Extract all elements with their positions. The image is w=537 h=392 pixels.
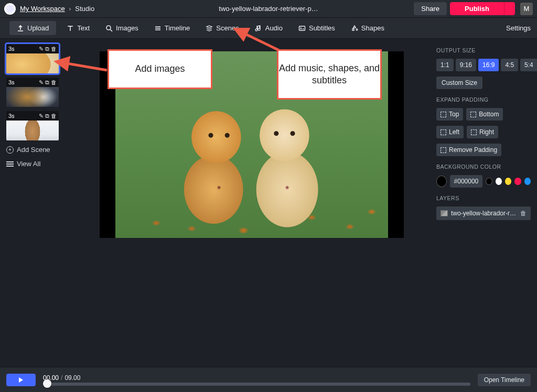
time-readout: 00.00/09.00 [43, 374, 470, 382]
remove-padding-label: Remove Padding [449, 146, 497, 154]
layer-name: two-yellow-labrador-r… [451, 210, 516, 217]
background-color-label: BACKGROUND COLOR [436, 164, 531, 170]
timeline-track[interactable] [43, 383, 470, 386]
view-all-label: View All [17, 160, 40, 168]
scene-duration: 3s [8, 113, 15, 119]
pad-top-button[interactable]: Top [436, 108, 463, 121]
upload-button[interactable]: Upload [9, 21, 56, 35]
toolbar: Upload Text Images Timeline Scenes Audio… [0, 18, 537, 39]
view-all-button[interactable]: View All [6, 159, 63, 169]
image-layer-icon [441, 210, 448, 216]
scene-thumb-image [6, 121, 59, 140]
add-scene-button[interactable]: + Add Scene [6, 145, 63, 155]
play-button[interactable] [6, 374, 36, 386]
share-button[interactable]: Share [414, 2, 447, 15]
duplicate-icon[interactable]: ⧉ [45, 113, 49, 119]
edit-icon[interactable]: ✎ [39, 46, 44, 52]
swatch-white[interactable] [496, 178, 502, 185]
shapes-icon [351, 25, 358, 32]
list-icon [6, 161, 14, 167]
callout-add-images: Add images [108, 49, 212, 89]
scene-thumb-1[interactable]: 3s ✎ ⧉ 🗑 [6, 44, 59, 73]
layers-label: LAYERS [436, 195, 531, 201]
audio-icon [255, 25, 262, 32]
top-bar: My Workspace › Studio two-yellow-labrado… [0, 0, 537, 18]
scene-thumb-3[interactable]: 3s ✎ ⧉ 🗑 [6, 111, 59, 140]
trash-icon[interactable]: 🗑 [51, 113, 57, 119]
properties-panel: OUTPUT SIZE 1:1 9:16 16:9 4:5 5:4 Custom… [434, 39, 537, 367]
pad-bottom-button[interactable]: Bottom [466, 108, 503, 121]
play-icon [19, 377, 23, 383]
publish-dropdown-button[interactable] [504, 2, 515, 15]
subtitles-tool-button[interactable]: Subtitles [293, 21, 340, 35]
dashed-box-icon [441, 129, 446, 135]
dashed-box-icon [471, 129, 477, 135]
bg-color-hex[interactable]: #000000 [450, 175, 483, 188]
scenes-tool-button[interactable]: Scenes [200, 21, 244, 35]
breadcrumb: My Workspace › Studio [20, 5, 94, 13]
text-label: Text [77, 24, 90, 32]
trash-icon[interactable]: 🗑 [51, 46, 57, 52]
duplicate-icon[interactable]: ⧉ [45, 46, 49, 52]
edit-icon[interactable]: ✎ [39, 79, 44, 86]
breadcrumb-studio: Studio [75, 5, 94, 13]
audio-tool-button[interactable]: Audio [250, 21, 288, 35]
pad-right-button[interactable]: Right [467, 126, 498, 138]
subtitles-icon [298, 25, 306, 32]
user-avatar-badge[interactable]: M [520, 3, 533, 15]
images-tool-button[interactable]: Images [100, 21, 144, 35]
timeline-label: Timeline [165, 24, 190, 32]
timeline-tool-button[interactable]: Timeline [149, 21, 196, 35]
swatch-black[interactable] [486, 178, 492, 185]
audio-label: Audio [265, 24, 283, 32]
search-icon [105, 25, 113, 32]
remove-padding-button[interactable]: Remove Padding [436, 144, 501, 156]
ratio-4-5[interactable]: 4:5 [501, 59, 518, 71]
duplicate-icon[interactable]: ⧉ [45, 79, 49, 86]
scenes-label: Scenes [216, 24, 239, 32]
text-tool-button[interactable]: Text [61, 21, 95, 35]
text-icon [67, 25, 74, 32]
expand-padding-label: EXPAND PADDING [436, 96, 531, 103]
breadcrumb-workspace[interactable]: My Workspace [20, 5, 65, 13]
timeline-handle[interactable] [43, 379, 51, 388]
publish-button[interactable]: Publish [450, 2, 504, 15]
pad-left-label: Left [449, 128, 459, 136]
subtitles-label: Subtitles [309, 24, 335, 32]
bg-color-preview[interactable] [436, 176, 447, 187]
delete-layer-icon[interactable]: 🗑 [520, 210, 527, 217]
upload-label: Upload [27, 24, 49, 32]
dashed-box-icon [441, 112, 446, 117]
timeline-bar: 00.00/09.00 Open Timeline [0, 367, 537, 392]
images-label: Images [116, 24, 138, 32]
swatch-yellow[interactable] [505, 178, 511, 185]
timeline-icon [154, 25, 162, 32]
upload-icon [17, 25, 24, 32]
scene-thumb-2[interactable]: 3s ✎ ⧉ 🗑 [6, 78, 59, 107]
pad-bottom-label: Bottom [479, 111, 499, 118]
workspace-avatar[interactable] [4, 3, 16, 15]
dashed-box-icon [441, 147, 446, 153]
callout-add-music: Add music, shapes, and subtitles [277, 49, 382, 100]
output-size-label: OUTPUT SIZE [436, 47, 531, 53]
dashed-box-icon [470, 112, 476, 117]
edit-icon[interactable]: ✎ [39, 113, 44, 119]
ratio-9-16[interactable]: 9:16 [456, 59, 476, 71]
pad-left-button[interactable]: Left [436, 126, 464, 138]
trash-icon[interactable]: 🗑 [51, 79, 57, 86]
time-total: 09.00 [65, 374, 80, 382]
layer-item[interactable]: two-yellow-labrador-r… 🗑 [436, 206, 531, 220]
ratio-5-4[interactable]: 5:4 [520, 59, 537, 71]
ratio-1-1[interactable]: 1:1 [436, 59, 454, 71]
shapes-label: Shapes [361, 24, 384, 32]
swatch-red[interactable] [514, 178, 521, 185]
pad-right-label: Right [479, 128, 494, 136]
open-timeline-button[interactable]: Open Timeline [478, 374, 531, 386]
swatch-blue[interactable] [524, 178, 531, 185]
shapes-tool-button[interactable]: Shapes [346, 21, 390, 35]
settings-button[interactable]: Settings [503, 24, 531, 32]
ratio-16-9[interactable]: 16:9 [478, 59, 499, 71]
scene-duration: 3s [8, 46, 15, 52]
scene-thumb-image [6, 53, 59, 73]
custom-size-button[interactable]: Custom Size [436, 77, 482, 89]
